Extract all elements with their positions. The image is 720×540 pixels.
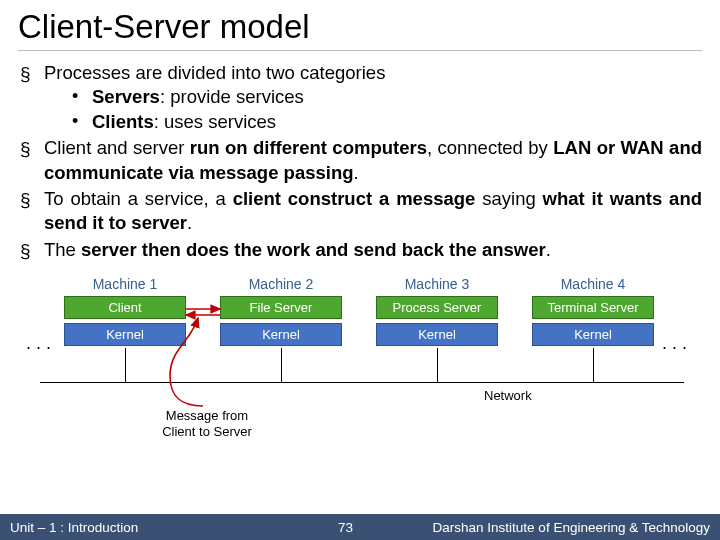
network-line [40,382,684,383]
stem-4 [593,348,594,382]
dots-left: . . . [26,334,51,352]
slide: Client-Server model Processes are divide… [0,0,720,540]
message-label-l2: Client to Server [162,424,252,439]
machine-3-label: Machine 3 [376,276,498,292]
footer-institute: Darshan Institute of Engineering & Techn… [433,520,720,535]
machine-2: Machine 2 File Server Kernel [220,276,342,346]
b2-mid: , connected by [427,137,553,158]
machine-1: Machine 1 Client Kernel [64,276,186,346]
terminal-server-box: Terminal Server [532,296,654,319]
machine-4-label: Machine 4 [532,276,654,292]
clients-rest: : uses services [154,111,276,132]
kernel-box-4: Kernel [532,323,654,346]
b3-post: . [187,212,192,233]
bullet-1-text: Processes are divided into two categorie… [44,62,385,83]
kernel-box-3: Kernel [376,323,498,346]
bullet-list: Processes are divided into two categorie… [18,61,702,262]
bullet-4: The server then does the work and send b… [40,238,702,262]
process-server-box: Process Server [376,296,498,319]
clients-label: Clients [92,111,154,132]
footer-bar: Unit – 1 : Introduction 73 Darshan Insti… [0,514,720,540]
b2-pre: Client and server [44,137,190,158]
b4-post: . [546,239,551,260]
machine-4: Machine 4 Terminal Server Kernel [532,276,654,346]
message-label-l1: Message from [166,408,248,423]
b3-mid: saying [475,188,542,209]
sub-bullet-list: Servers: provide services Clients: uses … [44,85,702,134]
bullet-2: Client and server run on different compu… [40,136,702,185]
machine-3: Machine 3 Process Server Kernel [376,276,498,346]
b4-bold: server then does the work and send back … [81,239,546,260]
b2-post: . [354,162,359,183]
kernel-box-1: Kernel [64,323,186,346]
bullet-1: Processes are divided into two categorie… [40,61,702,134]
network-label: Network [484,388,532,403]
sub-bullet-clients: Clients: uses services [88,110,702,134]
servers-label: Servers [92,86,160,107]
machine-2-label: Machine 2 [220,276,342,292]
message-label: Message from Client to Server [152,408,262,439]
b4-pre: The [44,239,81,260]
kernel-box-2: Kernel [220,323,342,346]
stem-2 [281,348,282,382]
b2-bold1: run on different computers [190,137,427,158]
b3-pre: To obtain a service, a [44,188,233,209]
bullet-3: To obtain a service, a client construct … [40,187,702,236]
sub-bullet-servers: Servers: provide services [88,85,702,109]
b3-bold1: client construct a message [233,188,476,209]
stem-1 [125,348,126,382]
stem-3 [437,348,438,382]
slide-title: Client-Server model [18,8,702,51]
footer-page: 73 [138,520,432,535]
diagram: . . . Machine 1 Client Kernel Machine 2 … [30,276,698,456]
client-box: Client [64,296,186,319]
dots-right: . . . [662,334,687,352]
servers-rest: : provide services [160,86,304,107]
footer-unit: Unit – 1 : Introduction [0,520,138,535]
machine-1-label: Machine 1 [64,276,186,292]
file-server-box: File Server [220,296,342,319]
